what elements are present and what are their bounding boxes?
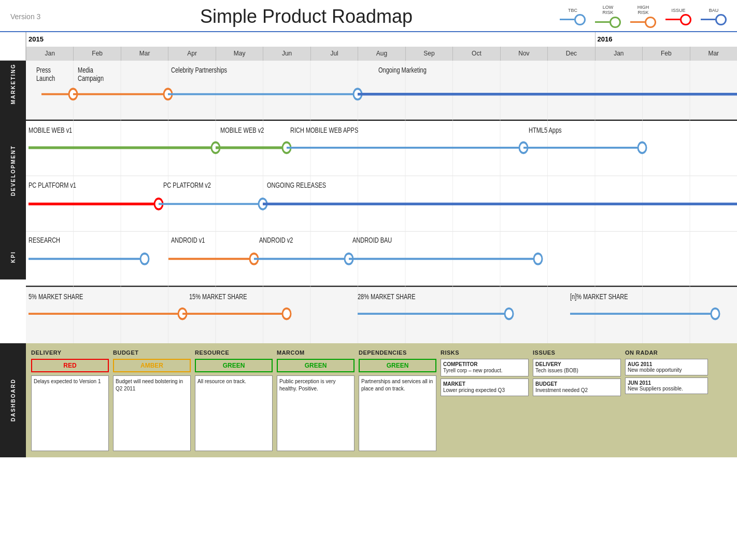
month-feb: Feb — [73, 47, 120, 61]
dash-resource: RESOURCE GREEN All resource on track. — [195, 349, 273, 451]
month-oct: Oct — [452, 47, 500, 61]
dash-radar-0-date: AUG 2011 — [628, 361, 705, 367]
month-may: May — [216, 47, 263, 61]
dash-delivery-text: Delays expected to Version 1 — [31, 375, 109, 451]
svg-text:MOBILE WEB v2: MOBILE WEB v2 — [220, 127, 264, 135]
dash-budget-badge: AMBER — [113, 359, 191, 372]
header-spacer — [0, 32, 26, 61]
svg-text:ANDROID v2: ANDROID v2 — [259, 236, 293, 245]
legend-high-risk-circle — [645, 17, 656, 28]
svg-text:PC PLATFORM v2: PC PLATFORM v2 — [163, 181, 211, 190]
dash-marcom-title: MARCOM — [277, 349, 355, 356]
month-nov: Nov — [500, 47, 547, 61]
legend-tbc-label: TBC — [568, 8, 577, 13]
svg-rect-2 — [26, 119, 737, 121]
page-header: Version 3 Simple Product Roadmap TBC LOW… — [0, 0, 737, 32]
month-jul: Jul — [310, 47, 358, 61]
page-title: Simple Product Roadmap — [73, 6, 540, 27]
legend-bau: BAU — [701, 8, 727, 25]
dash-risk-item-0: COMPETITOR Tyrell corp – new product. — [441, 359, 529, 376]
milestone-research — [140, 254, 149, 264]
dash-budget-title: BUDGET — [113, 349, 191, 356]
milestone-n-market — [711, 309, 719, 319]
dash-radar-item-0: AUG 2011 New mobile opportunity — [625, 359, 708, 375]
milestone-15-market — [282, 309, 291, 319]
legend-low-risk-circle — [610, 17, 621, 28]
dash-on-radar: ON RADAR AUG 2011 New mobile opportunity… — [625, 349, 708, 451]
legend-issue-label: ISSUE — [671, 8, 685, 13]
dash-risk-1-text: Lower pricing expected Q3 — [443, 387, 526, 394]
svg-text:15% MARKET SHARE: 15% MARKET SHARE — [189, 292, 247, 301]
dash-marcom-badge: GREEN — [277, 359, 355, 372]
kpi-label: KPI — [0, 234, 26, 279]
dash-radar-title: ON RADAR — [625, 349, 708, 356]
svg-text:5% MARKET SHARE: 5% MARKET SHARE — [29, 292, 83, 301]
dashboard: DASHBOARD DELIVERY RED Delays expected t… — [0, 343, 737, 457]
svg-text:RESEARCH: RESEARCH — [29, 236, 60, 245]
dash-issue-item-1: BUDGET Investment needed Q2 — [533, 379, 621, 396]
dash-radar-item-1: JUN 2011 New Suppliers possible. — [625, 377, 708, 394]
dash-risk-0-heading: COMPETITOR — [443, 361, 526, 367]
legend-bau-circle — [715, 14, 727, 25]
year-2016: 2016 — [595, 32, 737, 47]
dash-risk-item-1: MARKET Lower pricing expected Q3 — [441, 379, 529, 396]
dash-risks-title: RISKS — [441, 349, 529, 356]
dash-issue-1-text: Investment needed Q2 — [535, 387, 618, 394]
row-labels: MARKETING DEVELOPMENT KPI — [0, 32, 26, 343]
dash-delivery-badge: RED — [31, 359, 109, 372]
dash-resource-text: All resource on track. — [195, 375, 273, 451]
legend-issue: ISSUE — [665, 8, 691, 25]
svg-text:RICH MOBILE WEB APPS: RICH MOBILE WEB APPS — [290, 127, 358, 135]
legend-high-risk: HIGHRISK — [630, 5, 656, 28]
svg-text:ONGOING RELEASES: ONGOING RELEASES — [267, 181, 326, 190]
month-jan1: Jan — [26, 47, 73, 61]
dashboard-label: DASHBOARD — [0, 343, 26, 457]
gantt-svg: Press Launch Media Campaign Celebrity Pa… — [26, 61, 737, 343]
month-feb2: Feb — [642, 47, 689, 61]
timeline-header: 2015 2016 Jan Feb Mar Apr May Jun Jul Au… — [26, 32, 737, 61]
svg-text:Campaign: Campaign — [78, 74, 104, 82]
dash-resource-title: RESOURCE — [195, 349, 273, 356]
legend-issue-circle — [680, 14, 691, 25]
month-mar: Mar — [121, 47, 168, 61]
development-label: DEVELOPMENT — [0, 106, 26, 234]
dash-delivery: DELIVERY RED Delays expected to Version … — [31, 349, 109, 451]
dash-deps-badge: GREEN — [359, 359, 436, 372]
dash-issue-0-text: Tech issues (BOB) — [535, 367, 618, 374]
dash-radar-0-text: New mobile opportunity — [628, 367, 705, 373]
dash-delivery-title: DELIVERY — [31, 349, 109, 356]
dash-risk-0-text: Tyrell corp – new product. — [443, 367, 526, 374]
milestone-html5-apps — [638, 142, 646, 153]
dash-resource-badge: GREEN — [195, 359, 273, 372]
svg-text:Press: Press — [36, 66, 51, 75]
month-mar2: Mar — [690, 47, 737, 61]
dash-issue-item-0: DELIVERY Tech issues (BOB) — [533, 359, 621, 376]
version-label: Version 3 — [10, 12, 73, 21]
month-jan2: Jan — [595, 47, 642, 61]
svg-text:Ongoing Marketing: Ongoing Marketing — [378, 66, 427, 75]
dash-deps-title: DEPENDENCIES — [359, 349, 436, 356]
svg-text:MOBILE WEB v1: MOBILE WEB v1 — [29, 127, 72, 135]
marketing-label: MARKETING — [0, 61, 26, 106]
month-aug: Aug — [358, 47, 405, 61]
svg-text:Launch: Launch — [36, 74, 55, 82]
dash-radar-1-date: JUN 2011 — [628, 380, 705, 386]
dash-marcom-text: Public perception is very healthy. Posit… — [277, 375, 355, 451]
legend-high-risk-label: HIGHRISK — [637, 5, 649, 16]
dash-issue-1-heading: BUDGET — [535, 381, 618, 387]
dash-issues: ISSUES DELIVERY Tech issues (BOB) BUDGET… — [533, 349, 621, 451]
month-row: Jan Feb Mar Apr May Jun Jul Aug Sep Oct … — [26, 47, 737, 61]
gantt-body: Press Launch Media Campaign Celebrity Pa… — [26, 61, 737, 343]
legend-tbc: TBC — [560, 8, 586, 25]
legend-bau-label: BAU — [709, 8, 719, 13]
dash-radar-1-text: New Suppliers possible. — [628, 386, 705, 391]
dash-issue-0-heading: DELIVERY — [535, 361, 618, 367]
dash-budget-text: Budget will need bolstering in Q2 2011 — [113, 375, 191, 451]
milestone-android-bau — [534, 254, 542, 264]
dash-issues-title: ISSUES — [533, 349, 621, 356]
dash-budget: BUDGET AMBER Budget will need bolstering… — [113, 349, 191, 451]
dash-marcom: MARCOM GREEN Public perception is very h… — [277, 349, 355, 451]
svg-text:28% MARKET SHARE: 28% MARKET SHARE — [358, 292, 416, 301]
svg-text:HTML5 Apps: HTML5 Apps — [529, 127, 562, 135]
dash-deps-text: Partnerships and services all in place a… — [359, 375, 436, 451]
